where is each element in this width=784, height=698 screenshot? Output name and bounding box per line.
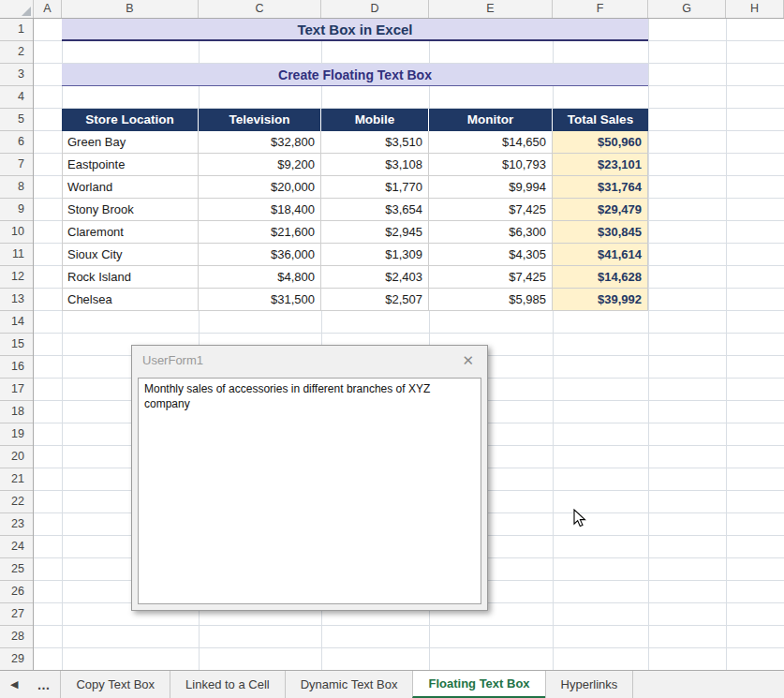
table-cell[interactable]: Rock Island: [62, 266, 199, 289]
row-header-20[interactable]: 20: [0, 446, 33, 468]
row-header-24[interactable]: 24: [0, 536, 33, 558]
table-header-cell[interactable]: Total Sales: [553, 109, 648, 131]
column-header-D[interactable]: D: [321, 0, 429, 18]
table-header-cell[interactable]: Store Location: [62, 109, 199, 131]
row-header-2[interactable]: 2: [0, 41, 33, 64]
table-cell[interactable]: $1,309: [321, 244, 429, 266]
table-cell[interactable]: $4,305: [429, 244, 553, 266]
table-cell[interactable]: $7,425: [429, 199, 553, 221]
table-header-cell[interactable]: Mobile: [321, 109, 429, 131]
row-header-22[interactable]: 22: [0, 491, 33, 513]
table-cell[interactable]: $23,101: [553, 154, 648, 176]
select-all-triangle-icon: [22, 7, 31, 16]
table-cell[interactable]: $3,510: [321, 131, 429, 154]
table-cell[interactable]: Green Bay: [62, 131, 199, 154]
table-cell[interactable]: Worland: [62, 176, 199, 199]
more-sheets-button[interactable]: …: [26, 671, 60, 698]
row-header-28[interactable]: 28: [0, 626, 33, 648]
userform-window[interactable]: UserForm1 ✕ Monthly sales of accessories…: [131, 345, 488, 611]
row-header-5[interactable]: 5: [0, 109, 33, 131]
column-header-E[interactable]: E: [429, 0, 553, 18]
row-header-29[interactable]: 29: [0, 648, 33, 670]
table-cell[interactable]: $4,800: [199, 266, 321, 289]
row-header-9[interactable]: 9: [0, 199, 33, 221]
table-cell[interactable]: $10,793: [429, 154, 553, 176]
sheet-tab-floating-text-box[interactable]: Floating Text Box: [412, 671, 544, 698]
table-cell[interactable]: $1,770: [321, 176, 429, 199]
column-header-B[interactable]: B: [62, 0, 199, 18]
table-cell[interactable]: $3,654: [321, 199, 429, 221]
prev-sheet-button[interactable]: ◀: [0, 671, 26, 698]
table-cell[interactable]: $2,507: [321, 289, 429, 311]
subtitle-banner-cell[interactable]: Create Floating Text Box: [62, 64, 648, 86]
table-cell[interactable]: $5,985: [429, 289, 553, 311]
row-header-1[interactable]: 1: [0, 19, 33, 41]
table-cell[interactable]: Eastpointe: [62, 154, 199, 176]
row-header-13[interactable]: 13: [0, 289, 33, 311]
table-cell[interactable]: Claremont: [62, 221, 199, 244]
userform-titlebar[interactable]: UserForm1 ✕: [132, 346, 487, 374]
sheet-tab-linked-to-a-cell[interactable]: Linked to a Cell: [170, 671, 285, 698]
row-header-8[interactable]: 8: [0, 176, 33, 199]
row-header-14[interactable]: 14: [0, 311, 33, 334]
table-cell[interactable]: $7,425: [429, 266, 553, 289]
table-cell[interactable]: $39,992: [553, 289, 648, 311]
table-cell[interactable]: Stony Brook: [62, 199, 199, 221]
table-cell[interactable]: $32,800: [199, 131, 321, 154]
row-header-12[interactable]: 12: [0, 266, 33, 289]
table-header-cell[interactable]: Monitor: [429, 109, 553, 131]
close-icon[interactable]: ✕: [459, 353, 477, 367]
table-cell[interactable]: $31,764: [553, 176, 648, 199]
mouse-cursor-icon: [573, 509, 592, 529]
table-cell[interactable]: $14,628: [553, 266, 648, 289]
row-header-10[interactable]: 10: [0, 221, 33, 244]
row-header-19[interactable]: 19: [0, 423, 33, 446]
table-header-cell[interactable]: Television: [199, 109, 321, 131]
column-header-A[interactable]: A: [34, 0, 62, 18]
table-cell[interactable]: $6,300: [429, 221, 553, 244]
select-all-corner[interactable]: [0, 0, 34, 18]
row-header-23[interactable]: 23: [0, 513, 33, 536]
row-header-4[interactable]: 4: [0, 86, 33, 109]
table-cell[interactable]: $14,650: [429, 131, 553, 154]
column-header-C[interactable]: C: [199, 0, 321, 18]
column-header-F[interactable]: F: [553, 0, 648, 18]
table-cell[interactable]: $9,994: [429, 176, 553, 199]
row-header-21[interactable]: 21: [0, 468, 33, 491]
table-row: Eastpointe$9,200$3,108$10,793$23,101: [62, 154, 648, 176]
table-cell[interactable]: $2,945: [321, 221, 429, 244]
table-cell[interactable]: $36,000: [199, 244, 321, 266]
row-header-17[interactable]: 17: [0, 379, 33, 401]
table-cell[interactable]: $18,400: [199, 199, 321, 221]
table-cell[interactable]: $29,479: [553, 199, 648, 221]
table-cell[interactable]: Sioux City: [62, 244, 199, 266]
row-header-3[interactable]: 3: [0, 64, 33, 86]
table-cell[interactable]: Chelsea: [62, 289, 199, 311]
table-cell[interactable]: $31,500: [199, 289, 321, 311]
table-cell[interactable]: $20,000: [199, 176, 321, 199]
table-cell[interactable]: $2,403: [321, 266, 429, 289]
row-header-18[interactable]: 18: [0, 401, 33, 423]
row-header-26[interactable]: 26: [0, 581, 33, 603]
table-cell[interactable]: $50,960: [553, 131, 648, 154]
table-cell[interactable]: $41,614: [553, 244, 648, 266]
column-header-G[interactable]: G: [648, 0, 726, 18]
table-cell[interactable]: $9,200: [199, 154, 321, 176]
table-cell[interactable]: $30,845: [553, 221, 648, 244]
sheet-tab-copy-text-box[interactable]: Copy Text Box: [60, 671, 170, 698]
userform-textbox[interactable]: Monthly sales of accessories in differen…: [138, 378, 481, 604]
row-header-7[interactable]: 7: [0, 154, 33, 176]
row-header-25[interactable]: 25: [0, 558, 33, 581]
table-cell[interactable]: $21,600: [199, 221, 321, 244]
table-cell[interactable]: $3,108: [321, 154, 429, 176]
row-header-16[interactable]: 16: [0, 356, 33, 379]
row-header-27[interactable]: 27: [0, 603, 33, 626]
gridline: [648, 19, 649, 670]
column-header-H[interactable]: H: [726, 0, 784, 18]
sheet-tab-hyperlinks[interactable]: Hyperlinks: [545, 671, 634, 698]
row-header-15[interactable]: 15: [0, 334, 33, 356]
sheet-tab-dynamic-text-box[interactable]: Dynamic Text Box: [285, 671, 413, 698]
title-banner-cell[interactable]: Text Box in Excel: [62, 19, 648, 41]
row-header-6[interactable]: 6: [0, 131, 33, 154]
row-header-11[interactable]: 11: [0, 244, 33, 266]
